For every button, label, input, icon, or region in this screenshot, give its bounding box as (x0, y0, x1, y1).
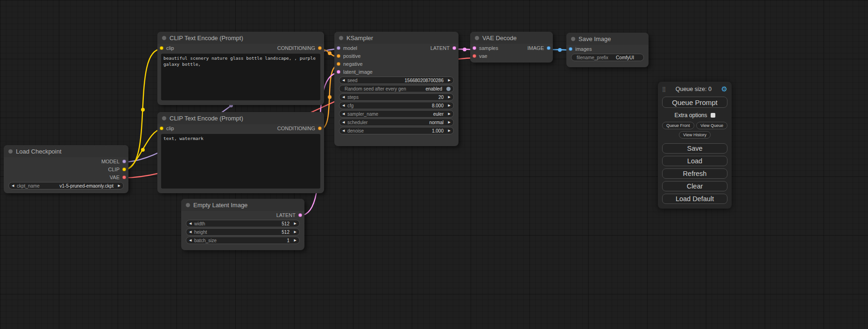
image-output-dot[interactable] (547, 46, 550, 50)
wire-midpoint-dot[interactable] (141, 108, 145, 112)
queue-front-button[interactable]: Queue Front (662, 122, 694, 129)
input-slot-positive[interactable]: positive (337, 53, 360, 59)
widget-steps[interactable]: ◀ steps 20 ▶ (339, 93, 454, 101)
refresh-button[interactable]: Refresh (662, 168, 727, 179)
view-history-button[interactable]: View History (679, 131, 711, 139)
load-default-button[interactable]: Load Default (662, 194, 727, 204)
input-slot-vae[interactable]: vae (473, 53, 487, 59)
decrement-icon[interactable]: ◀ (342, 112, 347, 116)
clip-input-dot[interactable] (160, 46, 163, 50)
samples-input-dot[interactable] (473, 46, 476, 50)
negative-input-dot[interactable] (337, 62, 340, 66)
output-slot-conditioning[interactable]: CONDITIONING (277, 45, 322, 51)
output-slot-image[interactable]: IMAGE (528, 45, 550, 51)
widget-filename-prefix[interactable]: filename_prefix ComfyUI (571, 54, 644, 61)
decrement-icon[interactable]: ◀ (189, 238, 194, 242)
node-clip-text-encode-positive[interactable]: CLIP Text Encode (Prompt) clip CONDITION… (157, 32, 324, 105)
node-titlebar[interactable]: Empty Latent Image (181, 199, 304, 211)
node-titlebar[interactable]: CLIP Text Encode (Prompt) (157, 32, 324, 44)
widget-width[interactable]: ◀ width 512 ▶ (186, 220, 300, 227)
collapse-dot[interactable] (186, 203, 190, 207)
increment-icon[interactable]: ▶ (445, 129, 451, 133)
increment-icon[interactable]: ▶ (445, 78, 451, 82)
decrement-icon[interactable]: ◀ (189, 222, 194, 225)
wire-midpoint-dot[interactable] (328, 51, 332, 55)
comfy-menu[interactable]: ⣿ Queue size: 0 ⚙ Queue Prompt Extra opt… (658, 82, 732, 209)
node-titlebar[interactable]: CLIP Text Encode (Prompt) (157, 112, 324, 124)
decrement-icon[interactable]: ◀ (342, 120, 347, 124)
wire-midpoint-dot[interactable] (463, 48, 466, 51)
latent-output-dot[interactable] (298, 213, 302, 217)
output-slot-latent[interactable]: LATENT (430, 45, 456, 51)
decrement-icon[interactable]: ◀ (342, 95, 347, 99)
input-slot-clip[interactable]: clip (160, 126, 174, 131)
model-output-dot[interactable] (122, 160, 126, 163)
images-input-dot[interactable] (569, 47, 572, 51)
collapse-dot[interactable] (162, 36, 166, 40)
load-button[interactable]: Load (662, 156, 727, 166)
negative-prompt-textarea[interactable]: text, watermark (161, 134, 320, 189)
increment-icon[interactable]: ▶ (291, 238, 296, 242)
collapse-dot[interactable] (8, 149, 13, 154)
input-slot-clip[interactable]: clip (160, 45, 174, 51)
output-slot-conditioning[interactable]: CONDITIONING (277, 126, 322, 131)
queue-prompt-button[interactable]: Queue Prompt (662, 97, 727, 108)
node-clip-text-encode-negative[interactable]: CLIP Text Encode (Prompt) clip CONDITION… (157, 112, 324, 193)
widget-ckpt-name[interactable]: ◀ ckpt_name v1-5-pruned-emaonly.ckpt ▶ (8, 182, 124, 189)
node-empty-latent-image[interactable]: Empty Latent Image LATENT ◀ width 512 ▶ … (181, 199, 304, 250)
output-slot-vae[interactable]: VAE (110, 175, 126, 180)
collapse-dot[interactable] (475, 36, 479, 40)
widget-scheduler[interactable]: ◀ scheduler normal ▶ (339, 119, 454, 126)
node-ksampler[interactable]: KSampler model LATENT positive negative (334, 32, 459, 146)
input-slot-samples[interactable]: samples (473, 45, 498, 51)
input-slot-model[interactable]: model (337, 45, 357, 51)
decrement-icon[interactable]: ◀ (189, 230, 194, 234)
drag-handle-icon[interactable]: ⣿ (662, 86, 666, 92)
node-save-image[interactable]: Save Image images filename_prefix ComfyU… (566, 33, 649, 67)
conditioning-output-dot[interactable] (318, 126, 322, 130)
wire-midpoint-dot[interactable] (328, 95, 332, 99)
widget-cfg[interactable]: ◀ cfg 8.000 ▶ (339, 102, 454, 109)
node-titlebar[interactable]: VAE Decode (470, 32, 553, 44)
collapse-dot[interactable] (571, 37, 575, 41)
increment-icon[interactable]: ▶ (445, 112, 451, 116)
increment-icon[interactable]: ▶ (445, 95, 451, 99)
node-titlebar[interactable]: KSampler (334, 32, 459, 44)
increment-icon[interactable]: ▶ (291, 222, 296, 225)
increment-icon[interactable]: ▶ (115, 184, 120, 188)
graph-canvas[interactable]: Load Checkpoint MODEL CLIP VAE ◀ ckpt_na… (0, 0, 868, 329)
widget-random-seed-toggle[interactable]: Random seed after every gen enabled (339, 85, 454, 92)
decrement-icon[interactable]: ◀ (342, 78, 347, 82)
input-slot-images[interactable]: images (569, 46, 592, 52)
decrement-icon[interactable]: ◀ (342, 129, 347, 133)
extra-options-checkbox[interactable] (711, 113, 715, 118)
widget-height[interactable]: ◀ height 512 ▶ (186, 228, 300, 236)
output-slot-model[interactable]: MODEL (101, 159, 126, 164)
widget-sampler-name[interactable]: ◀ sampler_name euler ▶ (339, 110, 454, 118)
vae-output-dot[interactable] (122, 175, 126, 179)
clip-input-dot[interactable] (160, 126, 163, 130)
settings-gear-icon[interactable]: ⚙ (721, 85, 727, 93)
node-titlebar[interactable]: Save Image (566, 33, 649, 45)
toggle-on-indicator[interactable] (446, 87, 451, 91)
wire-clip-negative[interactable] (124, 129, 162, 170)
node-load-checkpoint[interactable]: Load Checkpoint MODEL CLIP VAE ◀ ckpt_na… (4, 145, 128, 193)
positive-prompt-textarea[interactable]: beautiful scenery nature glass bottle la… (161, 54, 320, 100)
save-button[interactable]: Save (662, 143, 727, 154)
wire-midpoint-dot[interactable] (558, 48, 562, 52)
latent-image-input-dot[interactable] (337, 70, 340, 74)
decrement-icon[interactable]: ◀ (12, 184, 17, 188)
view-queue-button[interactable]: View Queue (696, 122, 727, 129)
increment-icon[interactable]: ▶ (291, 230, 296, 234)
node-titlebar[interactable]: Load Checkpoint (4, 145, 128, 157)
widget-batch-size[interactable]: ◀ batch_size 1 ▶ (186, 237, 300, 244)
widget-seed[interactable]: ◀ seed 156680208700286 ▶ (339, 77, 454, 84)
collapse-dot[interactable] (162, 116, 166, 120)
positive-input-dot[interactable] (337, 54, 340, 58)
collapse-dot[interactable] (339, 36, 343, 40)
wire-clip-positive[interactable] (124, 49, 162, 170)
wire-midpoint-dot[interactable] (141, 148, 145, 152)
node-vae-decode[interactable]: VAE Decode samples IMAGE vae (470, 32, 553, 63)
clear-button[interactable]: Clear (662, 181, 727, 191)
output-slot-clip[interactable]: CLIP (108, 167, 126, 172)
